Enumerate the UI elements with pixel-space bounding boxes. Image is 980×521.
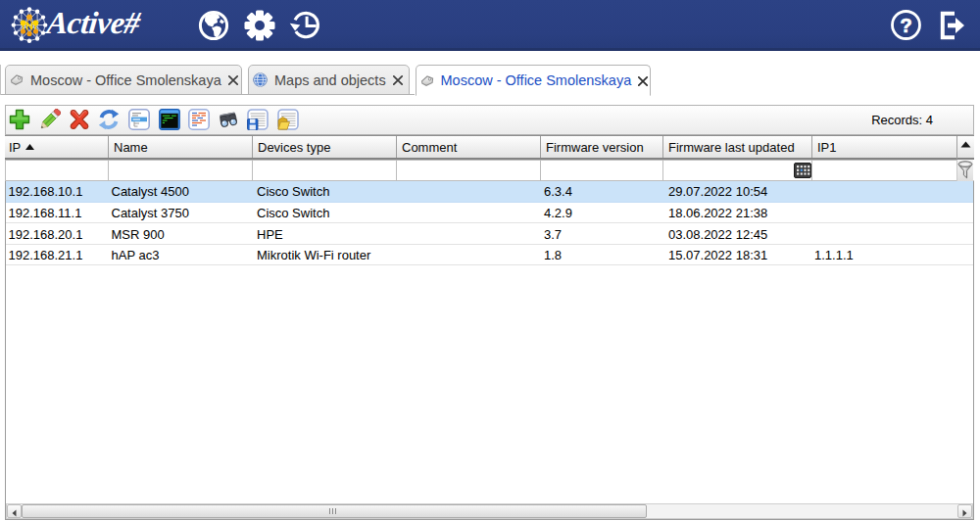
svg-text:?: ? — [900, 15, 911, 36]
